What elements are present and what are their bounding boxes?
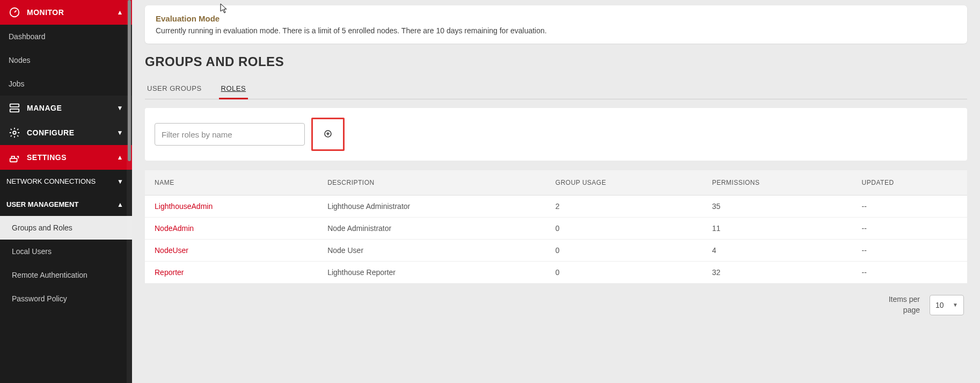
table-row: LighthouseAdmin Lighthouse Administrator…: [145, 196, 967, 218]
role-link[interactable]: NodeAdmin: [145, 218, 318, 240]
chevron-down-icon: ▼: [117, 104, 123, 112]
tabs: USER GROUPS ROLES: [145, 79, 967, 99]
chevron-up-icon: ▲: [117, 154, 123, 161]
role-group-usage: 0: [546, 240, 703, 262]
role-group-usage: 2: [546, 196, 703, 218]
table-header-row: NAME DESCRIPTION GROUP USAGE PERMISSIONS…: [145, 170, 967, 196]
role-group-usage: 0: [546, 262, 703, 284]
chevron-down-icon: ▼: [117, 129, 123, 136]
nav-section-label: SETTINGS: [27, 153, 67, 162]
svg-rect-4: [10, 158, 17, 162]
evaluation-notice: Evaluation Mode Currently running in eva…: [145, 5, 967, 44]
notice-body: Currently running in evaluation mode. Th…: [156, 26, 956, 35]
chevron-up-icon: ▲: [117, 201, 123, 208]
nav-section-manage[interactable]: MANAGE ▼: [0, 96, 132, 120]
filter-bar: [145, 108, 967, 161]
pager-value: 10: [935, 301, 944, 309]
role-description: Lighthouse Administrator: [318, 196, 546, 218]
gear-icon: [9, 127, 20, 139]
sidebar: MONITOR ▲ Dashboard Nodes Jobs MANAGE ▼ …: [0, 0, 132, 383]
nav-item-dashboard[interactable]: Dashboard: [0, 25, 132, 48]
svg-rect-1: [10, 104, 19, 107]
notice-title: Evaluation Mode: [156, 14, 956, 23]
settings-icon: [9, 151, 20, 163]
nav-section-label: CONFIGURE: [27, 128, 75, 137]
table-row: NodeAdmin Node Administrator 0 11 --: [145, 218, 967, 240]
col-group-usage: GROUP USAGE: [546, 170, 703, 196]
pager-label: Items perpage: [889, 294, 920, 315]
svg-point-3: [13, 131, 16, 134]
role-description: Lighthouse Reporter: [318, 262, 546, 284]
role-link[interactable]: LighthouseAdmin: [145, 196, 318, 218]
nav-section-label: MONITOR: [27, 8, 64, 17]
sidebar-scrollbar-thumb[interactable]: [128, 0, 131, 161]
role-link[interactable]: Reporter: [145, 262, 318, 284]
table-row: NodeUser Node User 0 4 --: [145, 240, 967, 262]
col-description: DESCRIPTION: [318, 170, 546, 196]
sidebar-scrollbar[interactable]: [127, 0, 132, 383]
col-name: NAME: [145, 170, 318, 196]
filter-input[interactable]: [155, 123, 305, 146]
gauge-icon: [9, 6, 20, 18]
role-link[interactable]: NodeUser: [145, 240, 318, 262]
nav-subsection-label: USER MANAGEMENT: [6, 200, 78, 208]
server-icon: [9, 102, 20, 114]
roles-table: NAME DESCRIPTION GROUP USAGE PERMISSIONS…: [145, 170, 967, 284]
role-updated: --: [852, 196, 967, 218]
role-group-usage: 0: [546, 218, 703, 240]
role-updated: --: [852, 240, 967, 262]
role-description: Node User: [318, 240, 546, 262]
chevron-up-icon: ▲: [117, 9, 123, 16]
role-description: Node Administrator: [318, 218, 546, 240]
main-content: Evaluation Mode Currently running in eva…: [132, 0, 980, 383]
col-updated: UPDATED: [852, 170, 967, 196]
nav-subitem-password-policy[interactable]: Password Policy: [0, 287, 132, 310]
nav-section-monitor[interactable]: MONITOR ▲: [0, 0, 132, 25]
role-updated: --: [852, 218, 967, 240]
svg-rect-2: [10, 109, 19, 112]
add-role-button[interactable]: [311, 118, 345, 151]
nav-subsection-network[interactable]: NETWORK CONNECTIONS ▼: [0, 170, 132, 193]
nav-section-settings[interactable]: SETTINGS ▲: [0, 145, 132, 170]
role-updated: --: [852, 262, 967, 284]
nav-subitem-remote-auth[interactable]: Remote Authentication: [0, 263, 132, 287]
col-permissions: PERMISSIONS: [703, 170, 852, 196]
table-row: Reporter Lighthouse Reporter 0 32 --: [145, 262, 967, 284]
page-title: GROUPS AND ROLES: [145, 54, 967, 69]
nav-subsection-label: NETWORK CONNECTIONS: [6, 177, 96, 185]
caret-down-icon: ▼: [953, 302, 958, 308]
nav-section-label: MANAGE: [27, 104, 62, 112]
plus-circle-icon: [323, 129, 333, 140]
role-permissions: 35: [703, 196, 852, 218]
tab-user-groups[interactable]: USER GROUPS: [145, 79, 204, 99]
nav-item-nodes[interactable]: Nodes: [0, 48, 132, 72]
nav-section-configure[interactable]: CONFIGURE ▼: [0, 120, 132, 145]
nav-subsection-usermgmt[interactable]: USER MANAGEMENT ▲: [0, 193, 132, 216]
pager-select[interactable]: 10 ▼: [930, 295, 964, 315]
pager: Items perpage 10 ▼: [145, 284, 967, 331]
nav-subitem-groups-roles[interactable]: Groups and Roles: [0, 216, 132, 240]
chevron-down-icon: ▼: [117, 178, 123, 185]
role-permissions: 4: [703, 240, 852, 262]
nav-subitem-local-users[interactable]: Local Users: [0, 240, 132, 263]
role-permissions: 11: [703, 218, 852, 240]
role-permissions: 32: [703, 262, 852, 284]
tab-roles[interactable]: ROLES: [219, 79, 248, 99]
nav-item-jobs[interactable]: Jobs: [0, 72, 132, 96]
